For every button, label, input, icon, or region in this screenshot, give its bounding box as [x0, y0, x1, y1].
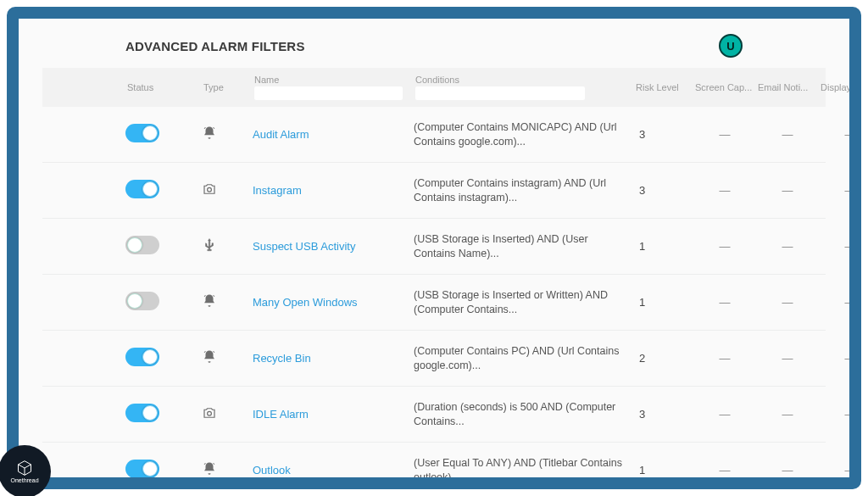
avatar[interactable]: U [719, 34, 743, 58]
status-toggle[interactable] [125, 292, 159, 310]
cube-icon [16, 460, 33, 476]
table-row: Many Open Windows (USB Storage is Insert… [42, 275, 826, 331]
col-status: Status [125, 79, 202, 96]
status-toggle[interactable] [125, 236, 159, 254]
email-noti-value: — [756, 464, 819, 476]
col-display: Display Pop... [819, 79, 861, 96]
status-toggle[interactable] [125, 460, 159, 478]
bell-icon [202, 461, 217, 476]
camera-icon [202, 181, 217, 197]
table-header: Status Type Name Conditions Risk Level S… [42, 68, 826, 107]
col-risk: Risk Level [634, 79, 693, 96]
bell-icon [202, 293, 217, 309]
table-row: Suspect USB Activity (USB Storage is Ins… [42, 219, 826, 275]
screen-cap-value: — [693, 408, 756, 421]
alarm-name-link[interactable]: Many Open Windows [253, 296, 358, 309]
col-conditions: Conditions [414, 71, 634, 103]
alarm-conditions: (Computer Contains instagram) AND (Url C… [414, 176, 634, 205]
screen-cap-value: — [693, 464, 756, 476]
screen-cap-value: — [693, 184, 756, 197]
display-pop-value: — [819, 240, 861, 253]
table-row: Outlook (User Equal To ANY) AND (Titleba… [42, 443, 826, 489]
alarm-conditions: (USB Storage is Inserted or Written) AND… [414, 288, 634, 317]
col-email: Email Noti... [756, 79, 819, 96]
camera-icon [202, 405, 217, 421]
col-name: Name [253, 71, 414, 103]
screen-cap-value: — [693, 296, 756, 309]
display-pop-value: — [819, 128, 861, 141]
screen-cap-value: — [693, 240, 756, 253]
email-noti-value: — [756, 296, 819, 309]
alarm-conditions: (USB Storage is Inserted) AND (User Cont… [414, 232, 634, 261]
risk-level: 3 [634, 408, 693, 421]
usb-icon [202, 237, 217, 253]
risk-level: 2 [634, 352, 693, 365]
alarm-conditions: (User Equal To ANY) AND (Titlebar Contai… [414, 456, 634, 485]
alarm-table: Status Type Name Conditions Risk Level S… [42, 68, 826, 489]
email-noti-value: — [756, 240, 819, 253]
screen-cap-value: — [693, 352, 756, 365]
display-pop-value: — [819, 408, 861, 421]
display-pop-value: — [819, 352, 861, 365]
risk-level: 3 [634, 128, 693, 141]
table-row: Recycle Bin (Computer Contains PC) AND (… [42, 331, 826, 387]
risk-level: 3 [634, 184, 693, 197]
alarm-conditions: (Computer Contains MONICAPC) AND (Url Co… [414, 120, 634, 149]
display-pop-value: — [819, 296, 861, 309]
display-pop-value: — [819, 464, 861, 476]
risk-level: 1 [634, 296, 693, 309]
screen-cap-value: — [693, 128, 756, 141]
display-pop-value: — [819, 184, 861, 197]
alarm-name-link[interactable]: Audit Alarm [253, 128, 309, 141]
status-toggle[interactable] [125, 180, 159, 198]
email-noti-value: — [756, 128, 819, 141]
status-toggle[interactable] [125, 348, 159, 366]
onethread-logo: Onethread [0, 445, 51, 496]
alarm-conditions: (Duration (seconds) is 500 AND (Computer… [414, 400, 634, 429]
alarm-name-link[interactable]: IDLE Alarm [253, 408, 309, 421]
email-noti-value: — [756, 408, 819, 421]
status-toggle[interactable] [125, 124, 159, 142]
alarm-name-link[interactable]: Outlook [253, 464, 291, 476]
email-noti-value: — [756, 184, 819, 197]
alarm-name-link[interactable]: Suspect USB Activity [253, 240, 355, 253]
alarm-name-link[interactable]: Instagram [253, 184, 302, 197]
risk-level: 1 [634, 240, 693, 253]
col-type: Type [202, 79, 253, 96]
name-filter-input[interactable] [254, 86, 403, 100]
alarm-name-link[interactable]: Recycle Bin [253, 352, 311, 365]
email-noti-value: — [756, 352, 819, 365]
bell-icon [202, 349, 217, 365]
col-screen: Screen Cap... [693, 79, 756, 96]
risk-level: 1 [634, 464, 693, 476]
table-row: Instagram (Computer Contains instagram) … [42, 163, 826, 219]
table-row: IDLE Alarm (Duration (seconds) is 500 AN… [42, 387, 826, 443]
alarm-conditions: (Computer Contains PC) AND (Url Contains… [414, 344, 634, 373]
table-row: Audit Alarm (Computer Contains MONICAPC)… [42, 107, 826, 163]
status-toggle[interactable] [125, 404, 159, 422]
bell-icon [202, 125, 217, 141]
page-title: ADVANCED ALARM FILTERS [125, 39, 305, 53]
conditions-filter-input[interactable] [415, 86, 585, 100]
